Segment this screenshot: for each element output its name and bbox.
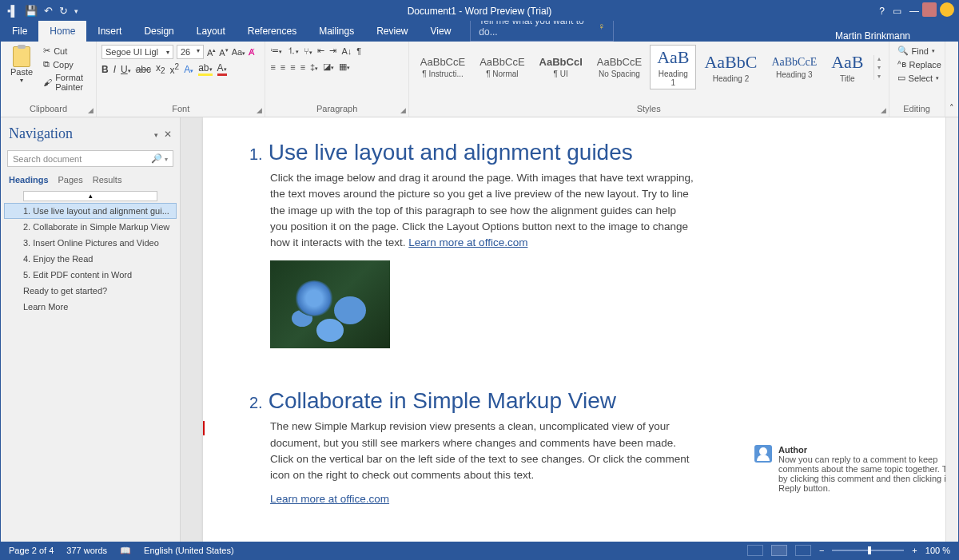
help-icon[interactable]: ?: [879, 6, 885, 17]
superscript-button[interactable]: x2: [170, 62, 180, 76]
grow-font-icon[interactable]: A▴: [207, 47, 216, 58]
body-paragraph[interactable]: The new Simple Markup revision view pres…: [270, 419, 694, 483]
heading-1[interactable]: 1. Use live layout and alignment guides: [249, 140, 882, 165]
status-language[interactable]: English (United States): [144, 546, 234, 555]
style-heading-2[interactable]: AaBbCHeading 2: [698, 50, 763, 85]
zoom-level[interactable]: 100 %: [925, 546, 950, 555]
align-center-button[interactable]: ≡: [281, 62, 285, 72]
tab-home[interactable]: Home: [38, 21, 86, 42]
nav-heading-item[interactable]: 2. Collaborate in Simple Markup View: [4, 219, 177, 235]
format-painter-button[interactable]: 🖌Format Painter: [41, 72, 91, 93]
show-marks-button[interactable]: ¶: [356, 46, 361, 56]
find-button[interactable]: 🔍Find▾: [894, 45, 940, 57]
style--ui[interactable]: AaBbCcI¶ UI: [533, 54, 589, 80]
signed-in-user[interactable]: Martin Brinkmann: [835, 30, 958, 42]
highlight-button[interactable]: ab▾: [198, 62, 212, 76]
inline-image[interactable]: [270, 260, 390, 348]
font-name-select[interactable]: Segoe UI Ligl▾: [101, 45, 173, 59]
nav-search-input[interactable]: Search document 🔎 ▾: [7, 150, 173, 167]
zoom-out-button[interactable]: −: [819, 546, 824, 555]
styles-launcher-icon[interactable]: ◢: [881, 106, 886, 114]
collapse-ribbon-icon[interactable]: ˄: [945, 42, 958, 117]
style-no-spacing[interactable]: AaBbCcENo Spacing: [591, 54, 648, 80]
tab-view[interactable]: View: [420, 21, 463, 42]
decrease-indent-button[interactable]: ⇤: [317, 46, 324, 56]
nav-heading-item[interactable]: 4. Enjoy the Read: [4, 251, 177, 267]
redo-icon[interactable]: ↻: [59, 5, 68, 17]
line-spacing-button[interactable]: ‡▾: [310, 62, 318, 72]
align-right-button[interactable]: ≡: [290, 62, 295, 72]
multilevel-button[interactable]: ⑂▾: [304, 46, 312, 56]
cut-button[interactable]: ✂Cut: [41, 45, 91, 57]
body-paragraph[interactable]: Learn more at office.com: [270, 491, 694, 507]
tab-insert[interactable]: Insert: [86, 21, 133, 42]
strike-button[interactable]: abc: [136, 64, 151, 75]
paste-button[interactable]: Paste ▾: [6, 45, 38, 93]
style--normal[interactable]: AaBbCcE¶ Normal: [473, 54, 531, 80]
nav-heading-item[interactable]: Learn More: [4, 299, 177, 315]
spellcheck-icon[interactable]: 📖: [120, 546, 131, 556]
read-mode-button[interactable]: [747, 545, 763, 556]
tab-design[interactable]: Design: [133, 21, 185, 42]
save-icon[interactable]: 💾: [25, 5, 38, 17]
font-color-button[interactable]: A▾: [217, 62, 227, 76]
nav-heading-item[interactable]: 5. Edit PDF content in Word: [4, 267, 177, 283]
replace-button[interactable]: ᴬʙReplace: [894, 58, 940, 70]
user-avatar[interactable]: [922, 2, 937, 17]
tab-review[interactable]: Review: [365, 21, 419, 42]
underline-button[interactable]: U▾: [121, 64, 131, 75]
bold-button[interactable]: B: [101, 64, 109, 75]
styles-more-button[interactable]: ▴▾▾: [873, 55, 884, 80]
clipboard-launcher-icon[interactable]: ◢: [88, 106, 94, 114]
revision-bar[interactable]: [203, 421, 205, 435]
nav-tab-pages[interactable]: Pages: [58, 175, 83, 185]
status-words[interactable]: 377 words: [66, 546, 107, 555]
bullets-button[interactable]: ≔▾: [270, 46, 282, 56]
borders-button[interactable]: ▦▾: [339, 62, 350, 72]
copy-button[interactable]: ⧉Copy: [41, 58, 91, 70]
learn-more-link[interactable]: Learn more at office.com: [270, 493, 389, 505]
shading-button[interactable]: ◪▾: [323, 62, 334, 72]
clear-format-icon[interactable]: A̸: [249, 47, 255, 58]
tab-references[interactable]: References: [237, 21, 308, 42]
zoom-in-button[interactable]: +: [912, 546, 917, 555]
style-heading-3[interactable]: AaBbCcEHeading 3: [765, 54, 823, 81]
select-button[interactable]: ▭Select▾: [894, 72, 940, 84]
change-case-button[interactable]: Aa▾: [232, 47, 245, 57]
align-left-button[interactable]: ≡: [270, 62, 275, 72]
print-layout-button[interactable]: [771, 545, 787, 556]
nav-expand-button[interactable]: ▴: [23, 191, 157, 201]
undo-icon[interactable]: ↶: [44, 5, 53, 17]
nav-tab-headings[interactable]: Headings: [9, 175, 49, 185]
vertical-scrollbar[interactable]: [945, 117, 958, 542]
increase-indent-button[interactable]: ⇥: [329, 46, 336, 56]
nav-tab-results[interactable]: Results: [93, 175, 122, 185]
style-heading-1[interactable]: AaBHeading 1: [650, 45, 696, 89]
nav-dropdown-icon[interactable]: ▾: [154, 131, 158, 139]
font-size-select[interactable]: 26▾: [177, 45, 204, 59]
style--instructi-[interactable]: AaBbCcE¶ Instructi...: [414, 54, 472, 80]
font-launcher-icon[interactable]: ◢: [257, 106, 262, 114]
document-area[interactable]: 1. Use live layout and alignment guides …: [181, 117, 958, 542]
heading-2[interactable]: 2. Collaborate in Simple Markup View: [249, 388, 882, 414]
text-effects-button[interactable]: A▾: [184, 64, 193, 75]
tab-file[interactable]: File: [1, 21, 38, 42]
learn-more-link[interactable]: Learn more at office.com: [408, 236, 527, 248]
justify-button[interactable]: ≡: [300, 62, 305, 72]
numbering-button[interactable]: ⒈▾: [287, 45, 299, 57]
italic-button[interactable]: I: [113, 64, 116, 75]
tab-mailings[interactable]: Mailings: [308, 21, 365, 42]
word-icon[interactable]: ▪▌: [7, 5, 18, 17]
web-layout-button[interactable]: [795, 545, 811, 556]
minimize-icon[interactable]: —: [909, 6, 919, 17]
zoom-slider[interactable]: [832, 550, 904, 551]
status-page[interactable]: Page 2 of 4: [9, 546, 54, 555]
document-page[interactable]: 1. Use live layout and alignment guides …: [203, 117, 946, 542]
shrink-font-icon[interactable]: A▾: [219, 47, 228, 58]
nav-heading-item[interactable]: Ready to get started?: [4, 283, 177, 299]
style-title[interactable]: AaBTitle: [825, 50, 869, 85]
tab-layout[interactable]: Layout: [185, 21, 237, 42]
qat-dropdown-icon[interactable]: ▾: [74, 7, 78, 15]
ribbon-options-icon[interactable]: ▭: [893, 6, 901, 17]
nav-close-icon[interactable]: ✕: [164, 129, 172, 140]
